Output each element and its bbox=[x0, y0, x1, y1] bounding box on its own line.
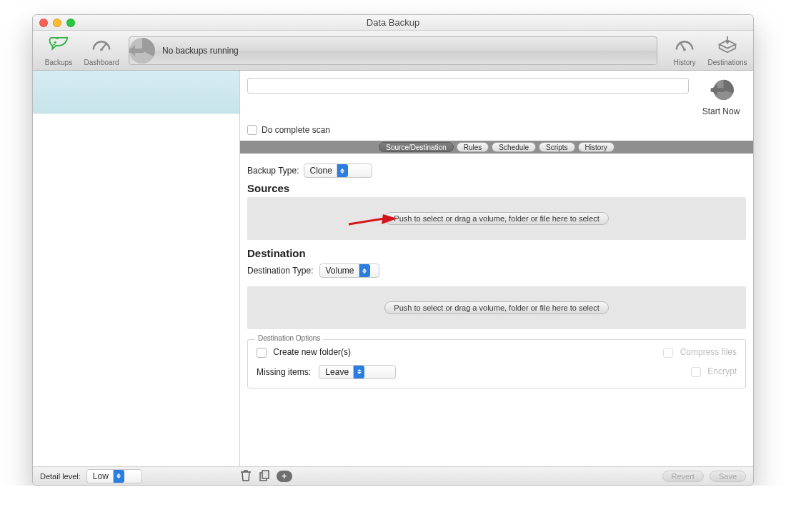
plus-icon: + bbox=[282, 471, 287, 481]
copy-icon bbox=[259, 470, 270, 483]
detail-level-select[interactable]: Low bbox=[86, 469, 142, 483]
destination-push-button[interactable]: Push to select or drag a volume, folder … bbox=[384, 301, 608, 314]
tab-history[interactable]: History bbox=[578, 142, 615, 152]
dashboard-toolbar-button[interactable]: Dashboard bbox=[81, 34, 121, 66]
destinations-toolbar-button[interactable]: Destinations bbox=[707, 34, 747, 66]
svg-point-1 bbox=[56, 37, 59, 39]
select-stepper-icon bbox=[337, 164, 348, 177]
status-box: No backups running bbox=[129, 36, 657, 65]
sources-heading: Sources bbox=[247, 182, 746, 194]
compress-files-label: Compress files bbox=[680, 347, 737, 357]
select-stepper-icon bbox=[359, 264, 370, 277]
delete-button[interactable] bbox=[239, 470, 252, 483]
start-now-label: Start Now bbox=[702, 106, 740, 116]
sidebar bbox=[33, 71, 240, 466]
svg-line-13 bbox=[349, 219, 384, 224]
svg-marker-9 bbox=[725, 41, 730, 44]
svg-point-0 bbox=[54, 41, 56, 44]
missing-items-label: Missing items: bbox=[257, 367, 311, 377]
status-text: No backups running bbox=[162, 46, 239, 56]
sources-dropzone[interactable]: Push to select or drag a volume, folder … bbox=[247, 197, 746, 240]
toolbar: Backups Dashboard No backups running His… bbox=[33, 31, 753, 71]
destination-type-label: Destination Type: bbox=[247, 266, 314, 276]
close-window-button[interactable] bbox=[39, 19, 48, 27]
speech-bubble-icon bbox=[48, 34, 69, 57]
complete-scan-checkbox[interactable] bbox=[247, 125, 257, 135]
destinations-label: Destinations bbox=[707, 59, 747, 66]
svg-marker-12 bbox=[711, 84, 717, 96]
select-stepper-icon bbox=[113, 470, 124, 483]
bottom-bar: Detail level: Low + Revert Save bbox=[33, 466, 753, 485]
encrypt-checkbox bbox=[691, 367, 701, 377]
app-window: Data Backup Backups Dashboard No backups… bbox=[32, 14, 754, 486]
dashboard-label: Dashboard bbox=[84, 59, 119, 66]
save-button[interactable]: Save bbox=[710, 471, 746, 482]
detail-level-label: Detail level: bbox=[40, 472, 81, 481]
gauge-icon bbox=[91, 34, 112, 57]
fullscreen-window-button[interactable] bbox=[66, 19, 75, 27]
trash-icon bbox=[241, 470, 251, 483]
tab-schedule[interactable]: Schedule bbox=[492, 142, 536, 152]
gauge-icon bbox=[674, 34, 695, 57]
start-now-button[interactable]: Start Now bbox=[696, 78, 746, 116]
tab-source-destination[interactable]: Source/Destination bbox=[379, 142, 454, 152]
create-folders-label: Create new folder(s) bbox=[273, 347, 351, 357]
create-folders-checkbox[interactable] bbox=[257, 348, 267, 358]
titlebar: Data Backup bbox=[33, 15, 753, 31]
svg-point-3 bbox=[100, 49, 103, 51]
backups-toolbar-button[interactable]: Backups bbox=[39, 34, 79, 66]
backup-type-select[interactable]: Clone bbox=[304, 164, 372, 178]
box-arrow-icon bbox=[717, 34, 738, 57]
destination-options-group: Destination Options Create new folder(s)… bbox=[247, 339, 746, 388]
progress-pie-icon bbox=[129, 36, 158, 65]
content: Backup Type: Clone Sources Push to selec… bbox=[240, 154, 753, 466]
compress-files-checkbox bbox=[663, 348, 673, 358]
sources-push-button[interactable]: Push to select or drag a volume, folder … bbox=[384, 212, 608, 225]
tab-scripts[interactable]: Scripts bbox=[539, 142, 575, 152]
svg-rect-16 bbox=[262, 471, 269, 478]
destination-heading: Destination bbox=[247, 247, 746, 259]
backup-type-label: Backup Type: bbox=[247, 166, 299, 176]
duplicate-button[interactable] bbox=[258, 470, 271, 483]
add-button[interactable]: + bbox=[277, 471, 292, 482]
backup-name-input[interactable] bbox=[247, 78, 689, 94]
body: Start Now Do complete scan Source/Destin… bbox=[33, 71, 753, 466]
tab-rules[interactable]: Rules bbox=[457, 142, 489, 152]
minimize-window-button[interactable] bbox=[53, 19, 61, 27]
destination-dropzone[interactable]: Push to select or drag a volume, folder … bbox=[247, 286, 746, 329]
start-arrow-icon bbox=[707, 78, 735, 105]
main-panel: Start Now Do complete scan Source/Destin… bbox=[240, 71, 753, 466]
destination-type-select[interactable]: Volume bbox=[319, 264, 379, 278]
missing-items-select[interactable]: Leave bbox=[319, 365, 396, 379]
window-title: Data Backup bbox=[33, 17, 753, 28]
destination-options-legend: Destination Options bbox=[255, 334, 323, 342]
tab-strip: Source/Destination Rules Schedule Script… bbox=[240, 141, 753, 154]
revert-button[interactable]: Revert bbox=[662, 471, 704, 482]
destination-type-value: Volume bbox=[326, 266, 354, 276]
backup-type-value: Clone bbox=[310, 166, 332, 176]
svg-point-8 bbox=[683, 49, 686, 51]
encrypt-label: Encrypt bbox=[707, 366, 737, 376]
missing-items-value: Leave bbox=[325, 367, 349, 377]
backups-label: Backups bbox=[45, 59, 72, 66]
window-controls bbox=[39, 19, 75, 27]
history-label: History bbox=[673, 59, 695, 66]
complete-scan-label: Do complete scan bbox=[262, 125, 330, 135]
history-toolbar-button[interactable]: History bbox=[665, 34, 705, 66]
sidebar-selected-item[interactable] bbox=[33, 71, 239, 114]
select-stepper-icon bbox=[353, 366, 364, 378]
detail-level-value: Low bbox=[93, 471, 109, 481]
